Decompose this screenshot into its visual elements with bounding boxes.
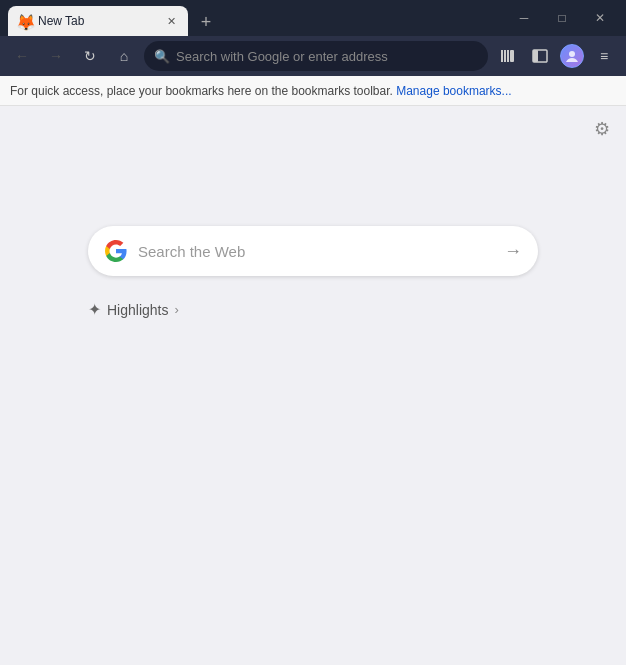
profile-avatar bbox=[560, 44, 584, 68]
svg-rect-3 bbox=[510, 50, 514, 62]
google-search-input[interactable] bbox=[138, 243, 494, 260]
home-button[interactable]: ⌂ bbox=[110, 42, 138, 70]
tab-favicon: 🦊 bbox=[16, 13, 32, 29]
main-content: ⚙ → ✦ Highlights › bbox=[0, 106, 626, 665]
highlights-icon: ✦ bbox=[88, 300, 101, 319]
svg-rect-5 bbox=[533, 50, 538, 62]
tab-title: New Tab bbox=[38, 14, 156, 28]
svg-rect-1 bbox=[504, 50, 506, 62]
google-search-box[interactable]: → bbox=[88, 226, 538, 276]
window-controls: ─ □ ✕ bbox=[506, 0, 618, 36]
google-logo-icon bbox=[104, 239, 128, 263]
address-bar[interactable]: 🔍 bbox=[144, 41, 488, 71]
bookmarks-bar-text: For quick access, place your bookmarks h… bbox=[10, 84, 393, 98]
address-input[interactable] bbox=[176, 49, 478, 64]
reload-button[interactable]: ↻ bbox=[76, 42, 104, 70]
title-bar: 🦊 New Tab ✕ + ─ □ ✕ bbox=[0, 0, 626, 36]
highlights-label: Highlights bbox=[107, 302, 168, 318]
svg-rect-0 bbox=[501, 50, 503, 62]
address-search-icon: 🔍 bbox=[154, 49, 170, 64]
toolbar: ← → ↻ ⌂ 🔍 bbox=[0, 36, 626, 76]
minimize-button[interactable]: ─ bbox=[506, 0, 542, 36]
forward-button[interactable]: → bbox=[42, 42, 70, 70]
new-tab-button[interactable]: + bbox=[192, 8, 220, 36]
svg-rect-2 bbox=[507, 50, 509, 62]
back-button[interactable]: ← bbox=[8, 42, 36, 70]
sidebar-button[interactable] bbox=[526, 42, 554, 70]
highlights-chevron-icon: › bbox=[174, 302, 178, 317]
highlights-section[interactable]: ✦ Highlights › bbox=[88, 300, 179, 319]
search-area: → ✦ Highlights › bbox=[88, 226, 538, 319]
menu-button[interactable]: ≡ bbox=[590, 42, 618, 70]
tab-group: 🦊 New Tab ✕ + bbox=[8, 0, 506, 36]
profile-icon-svg bbox=[565, 49, 579, 63]
maximize-button[interactable]: □ bbox=[544, 0, 580, 36]
google-search-arrow-button[interactable]: → bbox=[504, 241, 522, 262]
close-button[interactable]: ✕ bbox=[582, 0, 618, 36]
manage-bookmarks-link[interactable]: Manage bookmarks... bbox=[396, 84, 511, 98]
active-tab[interactable]: 🦊 New Tab ✕ bbox=[8, 6, 188, 36]
bookmarks-bar: For quick access, place your bookmarks h… bbox=[0, 76, 626, 106]
sidebar-icon bbox=[532, 48, 548, 64]
library-icon bbox=[500, 48, 516, 64]
svg-point-6 bbox=[569, 51, 575, 57]
library-button[interactable] bbox=[494, 42, 522, 70]
profile-button[interactable] bbox=[558, 42, 586, 70]
settings-gear-button[interactable]: ⚙ bbox=[594, 118, 610, 140]
tab-close-button[interactable]: ✕ bbox=[162, 12, 180, 30]
toolbar-icons: ≡ bbox=[494, 42, 618, 70]
